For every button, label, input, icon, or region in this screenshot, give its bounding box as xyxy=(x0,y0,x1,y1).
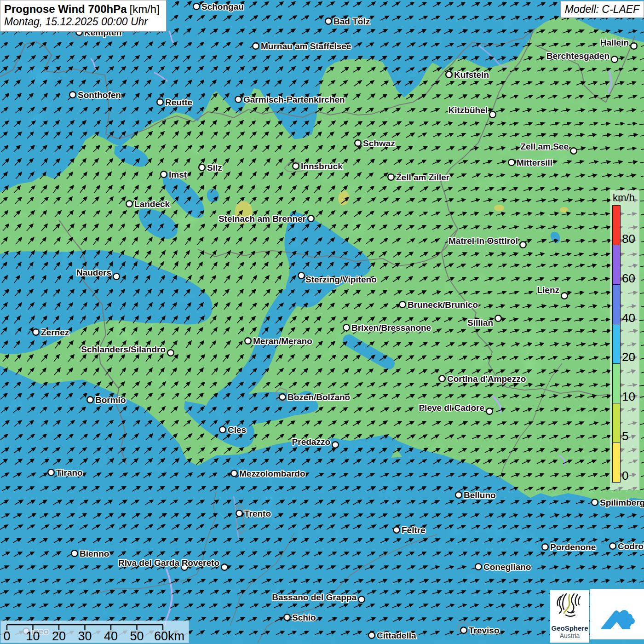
city-marker xyxy=(388,174,394,180)
city-marker xyxy=(279,394,286,400)
city-label: Imst xyxy=(169,170,187,179)
city-marker xyxy=(399,301,406,308)
city-label: Codroipo xyxy=(618,541,644,551)
geosphere-logo-icon xyxy=(550,590,589,623)
city-marker xyxy=(355,140,361,146)
scale-label: 0 xyxy=(3,629,10,642)
city-marker xyxy=(486,408,493,414)
city-marker xyxy=(439,375,445,382)
mountain-cloud-logo-icon xyxy=(590,589,644,639)
city-label: Zell am See xyxy=(520,142,569,151)
city-label: Bad Tölz xyxy=(334,17,370,26)
legend-tick-label: 40 xyxy=(622,310,635,325)
city-marker xyxy=(231,470,237,477)
city-label: Bassano del Grappa xyxy=(272,592,356,602)
scale-label: 50 xyxy=(130,629,144,642)
city-label: Steinach am Brenner xyxy=(218,214,306,224)
city-label: Rovereto xyxy=(182,558,219,568)
city-marker xyxy=(325,18,332,24)
city-label: Zernez xyxy=(41,328,69,337)
scale-label: 40 xyxy=(104,629,118,642)
legend-tick-label: 0 xyxy=(622,469,628,483)
city-label: Bormio xyxy=(95,395,126,405)
city-label: Kufstein xyxy=(454,70,489,80)
city-marker xyxy=(219,426,226,433)
city-label: Silz xyxy=(207,163,222,172)
city-marker xyxy=(236,510,242,517)
city-label: Brixen/Bressanone xyxy=(351,323,431,333)
city-marker xyxy=(610,543,616,549)
city-marker xyxy=(542,544,548,550)
legend-tick-label: 60 xyxy=(622,271,635,285)
color-legend: km/h 806040201050 xyxy=(610,190,639,490)
city-label: Bruneck/Brunico xyxy=(408,300,478,310)
city-marker xyxy=(570,148,577,154)
distance-scale-bar: 0102030405060km xyxy=(0,621,189,643)
city-label: Belluno xyxy=(464,490,496,500)
city-label: Landeck xyxy=(134,199,170,209)
city-marker xyxy=(308,215,314,222)
city-label: Sterzing/Vipiteno xyxy=(305,275,377,284)
partner-logo-box xyxy=(590,589,644,639)
city-label: Predazzo xyxy=(292,437,330,447)
city-marker xyxy=(298,272,305,279)
legend-segment xyxy=(613,324,620,364)
city-label: Schlanders/Silandro xyxy=(81,345,166,354)
city-marker xyxy=(253,43,259,49)
city-marker xyxy=(293,163,299,169)
city-label: Trento xyxy=(244,509,271,518)
city-label: Zell am Ziller xyxy=(396,172,450,182)
city-label: Lienz xyxy=(537,285,559,295)
city-label: Mittersill xyxy=(517,158,552,167)
city-label: Cortina d'Ampezzo xyxy=(447,374,526,384)
city-label: Bozen/Bolzano xyxy=(288,392,350,402)
legend-tick-label: 10 xyxy=(622,390,635,404)
geosphere-name: GeoSphere xyxy=(550,624,589,632)
city-marker xyxy=(358,596,365,603)
city-marker xyxy=(489,111,496,118)
city-label: Matrei in Osttirol xyxy=(448,236,518,246)
city-label: Cittadella xyxy=(377,631,416,640)
city-marker xyxy=(460,627,467,633)
city-marker xyxy=(221,564,228,570)
legend-tick-label: 80 xyxy=(622,231,635,246)
city-label: Kitzbühel xyxy=(448,105,488,115)
city-label: Mezzolombardo xyxy=(239,469,305,478)
legend-segment xyxy=(613,443,620,482)
city-marker xyxy=(343,324,350,331)
title-box: Prognose Wind 700hPa[km/h] Montag, 15.12… xyxy=(0,0,167,32)
city-marker xyxy=(592,499,598,506)
model-label: Modell: C-LAEF xyxy=(560,1,644,18)
scale-ticks: 0102030405060km xyxy=(1,621,188,642)
city-marker xyxy=(368,632,375,638)
city-marker xyxy=(199,164,205,171)
city-marker xyxy=(193,3,200,10)
city-label: Bienno xyxy=(80,549,109,558)
city-marker xyxy=(393,527,400,533)
city-label: Cles xyxy=(228,425,246,435)
city-marker xyxy=(284,614,290,621)
city-label: Sonthofen xyxy=(78,90,121,100)
city-marker xyxy=(87,397,93,403)
city-label: Spilimbergo xyxy=(600,498,644,507)
scale-label: 20 xyxy=(52,629,66,642)
city-label: Innsbruck xyxy=(301,161,343,171)
city-marker xyxy=(508,159,515,166)
geosphere-logo-box: GeoSphere Austria xyxy=(550,590,589,643)
city-marker xyxy=(71,550,78,557)
weather-map-stage: SchongauBad TölzKemptenMurnau am Staffel… xyxy=(0,0,644,644)
scale-label: 30 xyxy=(78,629,92,642)
scale-label: 60km xyxy=(154,629,184,642)
city-label: Nauders xyxy=(76,268,111,277)
city-marker xyxy=(245,338,251,344)
title-unit: [km/h] xyxy=(130,3,160,15)
city-marker xyxy=(161,171,167,178)
city-label: Riva del Garda xyxy=(118,558,179,568)
legend-unit-label: km/h xyxy=(613,192,635,204)
city-label: Pieve di Cadore xyxy=(419,403,484,413)
city-label: Garmisch-Partenkirchen xyxy=(243,95,345,104)
city-label: Tirano xyxy=(56,468,83,477)
city-marker xyxy=(561,293,568,299)
city-marker xyxy=(126,201,132,207)
city-label: Schongau xyxy=(201,2,244,12)
